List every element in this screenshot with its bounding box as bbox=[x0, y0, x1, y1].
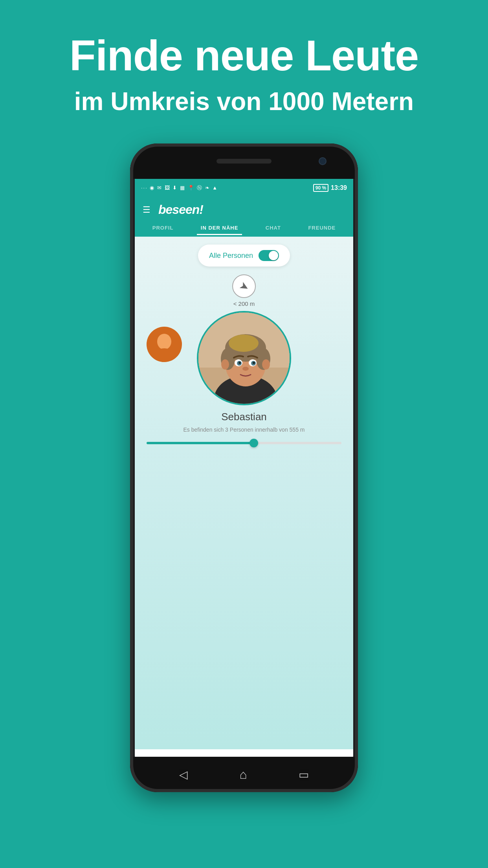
svg-point-9 bbox=[229, 335, 259, 352]
profile-circle-wrapper bbox=[135, 311, 353, 405]
recents-nav-button[interactable]: ▭ bbox=[299, 768, 309, 781]
speaker-grille bbox=[216, 159, 272, 164]
filter-label: Alle Personen bbox=[209, 252, 253, 260]
headline-sub: im Umkreis von 1000 Metern bbox=[0, 87, 488, 116]
slider-row bbox=[135, 434, 353, 444]
filter-pill[interactable]: Alle Personen bbox=[198, 245, 290, 267]
compass-circle: ➤ bbox=[232, 274, 256, 298]
front-camera bbox=[319, 157, 327, 165]
svg-point-20 bbox=[262, 359, 270, 370]
filter-row: Alle Personen bbox=[135, 237, 353, 270]
tab-profil[interactable]: PROFIL bbox=[149, 222, 178, 235]
back-nav-button[interactable]: ◁ bbox=[179, 768, 188, 781]
content-area: Alle Personen ➤ < 200 m bbox=[135, 237, 353, 749]
headline-main: Finde neue Leute bbox=[0, 31, 488, 79]
alle-personen-toggle[interactable] bbox=[259, 250, 279, 261]
headline-section: Finde neue Leute im Umkreis von 1000 Met… bbox=[0, 0, 488, 132]
status-bar-left: ··· ◉ ✉ 🖼 ⬇ ▦ 📍 Ⓝ ❧ ▲ bbox=[141, 184, 218, 191]
distance-text: < 200 m bbox=[233, 300, 255, 307]
menu-icon[interactable]: ☰ bbox=[143, 206, 150, 214]
battery-indicator: 90 % bbox=[313, 184, 328, 192]
profile-circle[interactable] bbox=[197, 311, 291, 405]
distance-indicator: ➤ < 200 m bbox=[135, 274, 353, 307]
status-bar: ··· ◉ ✉ 🖼 ⬇ ▦ 📍 Ⓝ ❧ ▲ 90 % 13:39 bbox=[135, 178, 353, 198]
phone-bezel-bottom: ◁ ⌂ ▭ bbox=[130, 757, 358, 792]
phone-outer: ··· ◉ ✉ 🖼 ⬇ ▦ 📍 Ⓝ ❧ ▲ 90 % 13:39 ☰ besee… bbox=[130, 143, 358, 792]
phone-mockup: ··· ◉ ✉ 🖼 ⬇ ▦ 📍 Ⓝ ❧ ▲ 90 % 13:39 ☰ besee… bbox=[0, 143, 488, 792]
slider-fill bbox=[147, 442, 254, 444]
svg-point-19 bbox=[221, 359, 229, 370]
tab-chat[interactable]: CHAT bbox=[262, 222, 285, 235]
toggle-knob bbox=[269, 251, 278, 260]
app-logo: beseen! bbox=[158, 202, 203, 217]
compass-arrow-icon: ➤ bbox=[237, 278, 251, 294]
svg-point-1 bbox=[157, 334, 171, 349]
app-header: ☰ beseen! bbox=[135, 198, 353, 222]
tab-freunde[interactable]: FREUNDE bbox=[304, 222, 339, 235]
svg-point-17 bbox=[253, 362, 255, 364]
side-avatar-image bbox=[147, 327, 182, 362]
svg-point-18 bbox=[242, 367, 249, 371]
svg-point-16 bbox=[238, 362, 241, 364]
side-avatar[interactable] bbox=[147, 327, 182, 362]
range-slider[interactable] bbox=[147, 442, 341, 444]
profile-description: Es befinden sich 3 Personen innerhalb vo… bbox=[135, 426, 353, 434]
tab-in-der-naehe[interactable]: IN DER NÄHE bbox=[197, 222, 242, 235]
phone-bezel-top bbox=[130, 143, 358, 179]
profile-image bbox=[198, 313, 291, 405]
slider-thumb[interactable] bbox=[250, 439, 258, 447]
notification-icons: ··· ◉ ✉ 🖼 ⬇ ▦ 📍 Ⓝ ❧ ▲ bbox=[141, 184, 218, 191]
profile-name: Sebastian bbox=[135, 411, 353, 423]
status-bar-right: 90 % 13:39 bbox=[313, 184, 347, 192]
clock: 13:39 bbox=[331, 184, 347, 191]
phone-screen: ··· ◉ ✉ 🖼 ⬇ ▦ 📍 Ⓝ ❧ ▲ 90 % 13:39 ☰ besee… bbox=[135, 178, 353, 758]
tab-bar: PROFIL IN DER NÄHE CHAT FREUNDE bbox=[135, 222, 353, 237]
home-nav-button[interactable]: ⌂ bbox=[239, 767, 247, 782]
